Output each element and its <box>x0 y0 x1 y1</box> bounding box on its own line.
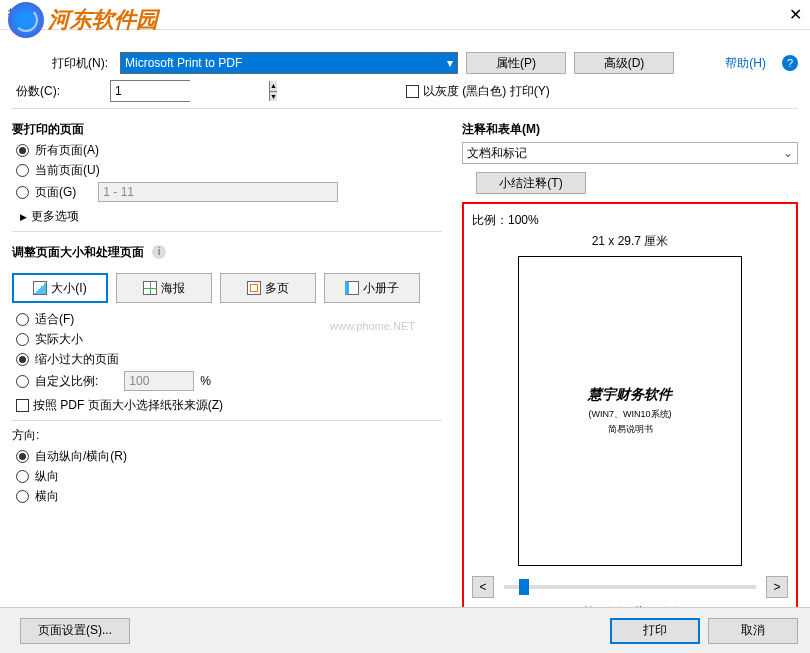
radio-icon <box>16 375 29 388</box>
chevron-down-icon: ▾ <box>447 56 453 70</box>
radio-current-page[interactable]: 当前页面(U) <box>16 162 442 179</box>
actual-label: 实际大小 <box>35 331 83 348</box>
resize-section-title: 调整页面大小和处理页面 <box>12 244 144 261</box>
cancel-button[interactable]: 取消 <box>708 618 798 644</box>
close-icon[interactable]: ✕ <box>772 5 802 24</box>
help-link[interactable]: 帮助(H) <box>725 55 766 72</box>
radio-page-range[interactable]: 页面(G) <box>16 182 442 202</box>
copies-input[interactable] <box>111 81 269 101</box>
radio-icon <box>16 164 29 177</box>
tab-size[interactable]: 大小(I) <box>12 273 108 303</box>
portrait-label: 纵向 <box>35 468 59 485</box>
custom-scale-input[interactable] <box>124 371 194 391</box>
tab-multi-label: 多页 <box>265 280 289 297</box>
advanced-button[interactable]: 高级(D) <box>574 52 674 74</box>
radio-icon <box>16 186 29 199</box>
copies-spinner[interactable]: ▲ ▼ <box>110 80 190 102</box>
tab-multi[interactable]: 多页 <box>220 273 316 303</box>
logo-icon <box>8 2 44 38</box>
spinner-down-icon[interactable]: ▼ <box>270 92 277 102</box>
logo-overlay: 河东软件园 <box>8 2 158 38</box>
radio-landscape[interactable]: 横向 <box>16 488 442 505</box>
page-preview: 慧宇财务软件 (WIN7、WIN10系统) 简易说明书 <box>518 256 742 566</box>
preview-panel: 比例：100% 21 x 29.7 厘米 慧宇财务软件 (WIN7、WIN10系… <box>462 202 798 620</box>
tab-poster[interactable]: 海报 <box>116 273 212 303</box>
current-page-label: 当前页面(U) <box>35 162 100 179</box>
prev-page-button[interactable]: < <box>472 576 494 598</box>
chevron-down-icon: ⌄ <box>783 146 793 160</box>
radio-actual[interactable]: 实际大小 <box>16 331 442 348</box>
page-setup-button[interactable]: 页面设置(S)... <box>20 618 130 644</box>
spinner-up-icon[interactable]: ▲ <box>270 81 277 92</box>
dimensions-label: 21 x 29.7 厘米 <box>472 233 788 250</box>
page-range-label: 页面(G) <box>35 184 76 201</box>
radio-icon <box>16 333 29 346</box>
shrink-label: 缩小过大的页面 <box>35 351 119 368</box>
landscape-label: 横向 <box>35 488 59 505</box>
all-pages-label: 所有页面(A) <box>35 142 99 159</box>
radio-icon <box>16 470 29 483</box>
radio-shrink[interactable]: 缩小过大的页面 <box>16 351 442 368</box>
booklet-icon <box>345 281 359 295</box>
size-icon <box>33 281 47 295</box>
page-slider[interactable] <box>504 585 756 589</box>
radio-icon <box>16 490 29 503</box>
checkbox-icon <box>16 399 29 412</box>
auto-orient-label: 自动纵向/横向(R) <box>35 448 127 465</box>
more-options-toggle[interactable]: ▶ 更多选项 <box>20 208 442 225</box>
preview-doc-sub2: 简易说明书 <box>608 423 653 436</box>
checkbox-icon <box>406 85 419 98</box>
poster-icon <box>143 281 157 295</box>
radio-all-pages[interactable]: 所有页面(A) <box>16 142 442 159</box>
watermark: www.phome.NET <box>330 320 415 332</box>
summarize-button[interactable]: 小结注释(T) <box>476 172 586 194</box>
custom-scale-label: 自定义比例: <box>35 373 98 390</box>
grayscale-label: 以灰度 (黑白色) 打印(Y) <box>423 83 550 100</box>
radio-auto-orient[interactable]: 自动纵向/横向(R) <box>16 448 442 465</box>
choose-paper-label: 按照 PDF 页面大小选择纸张来源(Z) <box>33 397 223 414</box>
radio-custom-scale[interactable]: 自定义比例: % <box>16 371 442 391</box>
next-page-button[interactable]: > <box>766 576 788 598</box>
print-button[interactable]: 打印 <box>610 618 700 644</box>
printer-label: 打印机(N): <box>52 55 108 72</box>
printer-select[interactable]: Microsoft Print to PDF ▾ <box>120 52 458 74</box>
info-icon[interactable]: i <box>152 245 166 259</box>
scale-label: 比例：100% <box>472 212 788 229</box>
radio-icon <box>16 144 29 157</box>
printer-value: Microsoft Print to PDF <box>125 56 242 70</box>
radio-icon <box>16 313 29 326</box>
preview-doc-sub1: (WIN7、WIN10系统) <box>589 408 672 421</box>
tab-poster-label: 海报 <box>161 280 185 297</box>
help-icon[interactable]: ? <box>782 55 798 71</box>
comments-value: 文档和标记 <box>467 145 527 162</box>
more-options-label: 更多选项 <box>31 208 79 225</box>
orientation-title: 方向: <box>12 427 442 444</box>
multi-icon <box>247 281 261 295</box>
logo-text: 河东软件园 <box>48 5 158 35</box>
radio-portrait[interactable]: 纵向 <box>16 468 442 485</box>
preview-doc-title: 慧宇财务软件 <box>588 386 672 404</box>
page-range-input[interactable] <box>98 182 338 202</box>
properties-button[interactable]: 属性(P) <box>466 52 566 74</box>
copies-label: 份数(C): <box>16 83 60 100</box>
slider-thumb[interactable] <box>519 579 529 595</box>
tab-booklet-label: 小册子 <box>363 280 399 297</box>
choose-paper-checkbox[interactable]: 按照 PDF 页面大小选择纸张来源(Z) <box>16 397 442 414</box>
triangle-right-icon: ▶ <box>20 212 27 222</box>
radio-icon <box>16 353 29 366</box>
grayscale-checkbox[interactable]: 以灰度 (黑白色) 打印(Y) <box>406 83 550 100</box>
fit-label: 适合(F) <box>35 311 74 328</box>
radio-icon <box>16 450 29 463</box>
pages-section-title: 要打印的页面 <box>12 121 442 138</box>
tab-booklet[interactable]: 小册子 <box>324 273 420 303</box>
comments-section-title: 注释和表单(M) <box>462 121 798 138</box>
tab-size-label: 大小(I) <box>51 280 86 297</box>
percent-label: % <box>200 374 211 388</box>
comments-select[interactable]: 文档和标记 ⌄ <box>462 142 798 164</box>
